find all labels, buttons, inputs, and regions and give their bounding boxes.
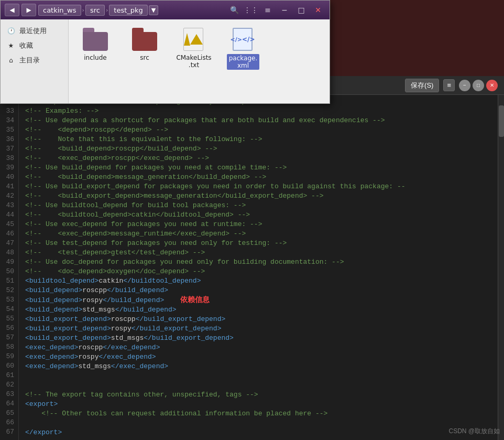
file-include[interactable]: include [77, 28, 114, 61]
sidebar-home-label: 主目录 [19, 56, 40, 65]
scrollbar-thumb[interactable] [499, 105, 504, 137]
file-cmake[interactable]: CMakeLists.txt [176, 28, 212, 69]
grid-view-button[interactable]: ≡ [260, 4, 275, 16]
file-manager-body: 🕐 最近使用 ★ 收藏 ⌂ 主目录 include [1, 19, 330, 103]
package-xml-label: package.xml [227, 54, 259, 70]
breadcrumb-test-pkg[interactable]: test_pkg [109, 5, 148, 16]
breadcrumb-src[interactable]: src [85, 5, 105, 16]
cmake-icon [183, 28, 204, 51]
search-button[interactable]: 🔍 [227, 4, 242, 16]
include-folder-icon [83, 28, 108, 51]
file-manager-window: ◀ ▶ catkin_ws › src › test_pkg ▼ 🔍 ⋮⋮ ≡ … [0, 0, 330, 104]
forward-button[interactable]: ▶ [21, 4, 36, 16]
sidebar-recent-label: 最近使用 [19, 26, 47, 36]
cmake-label: CMakeLists.txt [176, 54, 211, 69]
maximize-button[interactable]: □ [473, 80, 484, 91]
recent-icon: 🕐 [7, 27, 15, 35]
include-label: include [84, 54, 106, 61]
code-content[interactable]: <!-- Dependencies can be catkin packages… [19, 95, 498, 440]
csdn-watermark: CSDN @取放自如 [448, 427, 500, 436]
sidebar-favorites[interactable]: ★ 收藏 [1, 38, 68, 53]
file-src[interactable]: src [126, 28, 163, 61]
back-button[interactable]: ◀ [5, 4, 19, 16]
menu-button[interactable]: ≡ [443, 79, 455, 91]
fm-content-area: include src CMakeLists.txt [69, 19, 330, 103]
sidebar-recent[interactable]: 🕐 最近使用 [1, 24, 68, 38]
fm-toolbar-right: 🔍 ⋮⋮ ≡ − □ ✕ [227, 4, 325, 16]
maximize-fm-button[interactable]: □ [294, 4, 309, 16]
xml-icon: </> [233, 28, 254, 51]
breadcrumb-sep-2: › [106, 7, 108, 14]
save-button[interactable]: 保存(S) [405, 79, 439, 92]
fm-sidebar: 🕐 最近使用 ★ 收藏 ⌂ 主目录 [1, 19, 69, 103]
minimize-fm-button[interactable]: − [277, 4, 292, 16]
src-folder-icon [132, 28, 157, 51]
breadcrumb-sep-1: › [82, 7, 84, 14]
file-manager-titlebar: ◀ ▶ catkin_ws › src › test_pkg ▼ 🔍 ⋮⋮ ≡ … [1, 1, 330, 19]
close-fm-button[interactable]: ✕ [311, 4, 325, 16]
sidebar-home[interactable]: ⌂ 主目录 [1, 53, 68, 68]
sidebar-favorites-label: 收藏 [19, 41, 33, 50]
minimize-button[interactable]: − [459, 80, 470, 91]
list-view-button[interactable]: ⋮⋮ [244, 4, 258, 16]
window-controls: − □ ✕ [459, 80, 498, 91]
breadcrumb: catkin_ws › src › test_pkg ▼ [38, 5, 158, 16]
editor-window: 打开(O) ▼ 💾 package.xml ~/catkin_ws/src/te… [0, 76, 504, 440]
breadcrumb-dropdown[interactable]: ▼ [149, 5, 158, 15]
breadcrumb-catkin[interactable]: catkin_ws [38, 5, 81, 16]
home-icon: ⌂ [7, 56, 15, 65]
star-icon: ★ [7, 41, 15, 50]
close-button[interactable]: ✕ [486, 80, 498, 91]
editor-body: 3233343536373839404142434445464748495051… [0, 95, 504, 440]
file-package-xml[interactable]: </> package.xml [225, 28, 261, 70]
vertical-scrollbar[interactable] [498, 95, 504, 440]
src-label: src [140, 54, 149, 61]
line-numbers: 3233343536373839404142434445464748495051… [0, 95, 19, 440]
